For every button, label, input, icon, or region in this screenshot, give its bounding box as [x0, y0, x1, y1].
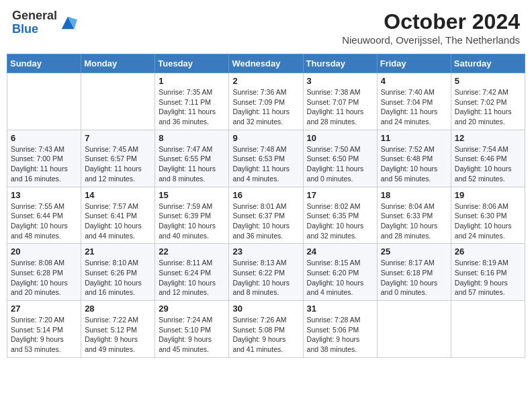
- calendar-cell: 17Sunrise: 8:02 AM Sunset: 6:35 PM Dayli…: [303, 187, 377, 244]
- day-detail: Sunrise: 7:24 AM Sunset: 5:10 PM Dayligh…: [159, 315, 225, 355]
- calendar-cell: 30Sunrise: 7:26 AM Sunset: 5:08 PM Dayli…: [229, 301, 303, 358]
- day-detail: Sunrise: 7:35 AM Sunset: 7:11 PM Dayligh…: [159, 87, 225, 127]
- day-number: 30: [232, 304, 299, 314]
- day-of-week-thursday: Thursday: [303, 54, 377, 73]
- calendar-body: 1Sunrise: 7:35 AM Sunset: 7:11 PM Daylig…: [7, 73, 525, 358]
- logo-general-text: General: [12, 9, 57, 22]
- day-detail: Sunrise: 7:40 AM Sunset: 7:04 PM Dayligh…: [381, 87, 447, 127]
- day-of-week-tuesday: Tuesday: [155, 54, 229, 73]
- calendar-cell: [451, 301, 525, 358]
- day-number: 16: [232, 190, 299, 200]
- calendar-cell: 20Sunrise: 8:08 AM Sunset: 6:28 PM Dayli…: [7, 244, 81, 301]
- day-detail: Sunrise: 7:55 AM Sunset: 6:44 PM Dayligh…: [11, 201, 77, 241]
- day-detail: Sunrise: 7:22 AM Sunset: 5:12 PM Dayligh…: [85, 315, 151, 355]
- day-detail: Sunrise: 8:06 AM Sunset: 6:30 PM Dayligh…: [455, 201, 521, 241]
- day-detail: Sunrise: 8:04 AM Sunset: 6:33 PM Dayligh…: [381, 201, 447, 241]
- day-number: 6: [11, 133, 77, 143]
- calendar-cell: 5Sunrise: 7:42 AM Sunset: 7:02 PM Daylig…: [451, 73, 525, 130]
- day-number: 20: [11, 246, 77, 257]
- logo-icon: [58, 13, 77, 32]
- calendar-cell: 10Sunrise: 7:50 AM Sunset: 6:50 PM Dayli…: [303, 130, 377, 187]
- day-detail: Sunrise: 8:13 AM Sunset: 6:22 PM Dayligh…: [232, 258, 299, 298]
- day-number: 28: [85, 304, 151, 314]
- calendar-cell: 14Sunrise: 7:57 AM Sunset: 6:41 PM Dayli…: [81, 187, 155, 244]
- calendar-cell: 7Sunrise: 7:45 AM Sunset: 6:57 PM Daylig…: [81, 130, 155, 187]
- calendar-cell: 26Sunrise: 8:19 AM Sunset: 6:16 PM Dayli…: [451, 244, 525, 301]
- day-detail: Sunrise: 7:52 AM Sunset: 6:48 PM Dayligh…: [381, 144, 447, 184]
- day-detail: Sunrise: 8:08 AM Sunset: 6:28 PM Dayligh…: [11, 258, 77, 298]
- day-detail: Sunrise: 8:10 AM Sunset: 6:26 PM Dayligh…: [85, 258, 151, 298]
- logo-blue-text: Blue: [12, 22, 38, 36]
- page-header: General Blue October 2024 Nieuwoord, Ove…: [7, 7, 525, 48]
- day-detail: Sunrise: 7:47 AM Sunset: 6:55 PM Dayligh…: [159, 144, 225, 184]
- day-number: 8: [159, 133, 225, 143]
- day-number: 1: [159, 76, 225, 86]
- day-detail: Sunrise: 7:28 AM Sunset: 5:06 PM Dayligh…: [307, 315, 373, 355]
- day-detail: Sunrise: 8:11 AM Sunset: 6:24 PM Dayligh…: [159, 258, 225, 298]
- calendar-cell: 12Sunrise: 7:54 AM Sunset: 6:46 PM Dayli…: [451, 130, 525, 187]
- day-number: 17: [307, 190, 373, 200]
- calendar-cell: 27Sunrise: 7:20 AM Sunset: 5:14 PM Dayli…: [7, 301, 81, 358]
- day-of-week-sunday: Sunday: [7, 54, 81, 73]
- calendar-cell: 24Sunrise: 8:15 AM Sunset: 6:20 PM Dayli…: [303, 244, 377, 301]
- days-of-week-row: SundayMondayTuesdayWednesdayThursdayFrid…: [7, 54, 525, 73]
- calendar-cell: 1Sunrise: 7:35 AM Sunset: 7:11 PM Daylig…: [155, 73, 229, 130]
- day-number: 21: [85, 246, 151, 257]
- page-title: October 2024: [342, 9, 520, 34]
- day-detail: Sunrise: 8:19 AM Sunset: 6:16 PM Dayligh…: [455, 258, 521, 298]
- day-number: 9: [232, 133, 299, 143]
- day-detail: Sunrise: 7:38 AM Sunset: 7:07 PM Dayligh…: [307, 87, 373, 127]
- calendar-cell: 15Sunrise: 7:59 AM Sunset: 6:39 PM Dayli…: [155, 187, 229, 244]
- day-number: 7: [85, 133, 151, 143]
- day-detail: Sunrise: 7:43 AM Sunset: 7:00 PM Dayligh…: [11, 144, 77, 184]
- day-number: 24: [307, 246, 373, 257]
- calendar-cell: 3Sunrise: 7:38 AM Sunset: 7:07 PM Daylig…: [303, 73, 377, 130]
- day-number: 18: [381, 190, 447, 200]
- day-detail: Sunrise: 7:42 AM Sunset: 7:02 PM Dayligh…: [455, 87, 521, 127]
- calendar-cell: 29Sunrise: 7:24 AM Sunset: 5:10 PM Dayli…: [155, 301, 229, 358]
- calendar-week-2: 6Sunrise: 7:43 AM Sunset: 7:00 PM Daylig…: [7, 130, 525, 187]
- day-of-week-monday: Monday: [81, 54, 155, 73]
- calendar-cell: 21Sunrise: 8:10 AM Sunset: 6:26 PM Dayli…: [81, 244, 155, 301]
- day-detail: Sunrise: 7:20 AM Sunset: 5:14 PM Dayligh…: [11, 315, 77, 355]
- day-number: 4: [381, 76, 447, 86]
- calendar-cell: 16Sunrise: 8:01 AM Sunset: 6:37 PM Dayli…: [229, 187, 303, 244]
- day-detail: Sunrise: 7:36 AM Sunset: 7:09 PM Dayligh…: [232, 87, 299, 127]
- calendar-cell: [7, 73, 81, 130]
- calendar-cell: 9Sunrise: 7:48 AM Sunset: 6:53 PM Daylig…: [229, 130, 303, 187]
- day-detail: Sunrise: 8:01 AM Sunset: 6:37 PM Dayligh…: [232, 201, 299, 241]
- calendar-week-3: 13Sunrise: 7:55 AM Sunset: 6:44 PM Dayli…: [7, 187, 525, 244]
- day-detail: Sunrise: 8:17 AM Sunset: 6:18 PM Dayligh…: [381, 258, 447, 298]
- calendar-cell: 11Sunrise: 7:52 AM Sunset: 6:48 PM Dayli…: [377, 130, 451, 187]
- day-detail: Sunrise: 7:48 AM Sunset: 6:53 PM Dayligh…: [232, 144, 299, 184]
- day-detail: Sunrise: 8:15 AM Sunset: 6:20 PM Dayligh…: [307, 258, 373, 298]
- calendar-cell: 6Sunrise: 7:43 AM Sunset: 7:00 PM Daylig…: [7, 130, 81, 187]
- day-number: 23: [232, 246, 299, 257]
- day-number: 19: [455, 190, 521, 200]
- day-of-week-wednesday: Wednesday: [229, 54, 303, 73]
- day-detail: Sunrise: 7:26 AM Sunset: 5:08 PM Dayligh…: [232, 315, 299, 355]
- day-number: 15: [159, 190, 225, 200]
- day-number: 13: [11, 190, 77, 200]
- day-detail: Sunrise: 7:59 AM Sunset: 6:39 PM Dayligh…: [159, 201, 225, 241]
- calendar-week-4: 20Sunrise: 8:08 AM Sunset: 6:28 PM Dayli…: [7, 244, 525, 301]
- calendar-cell: [81, 73, 155, 130]
- day-detail: Sunrise: 7:57 AM Sunset: 6:41 PM Dayligh…: [85, 201, 151, 241]
- day-number: 26: [455, 246, 521, 257]
- calendar-cell: 2Sunrise: 7:36 AM Sunset: 7:09 PM Daylig…: [229, 73, 303, 130]
- calendar-cell: 31Sunrise: 7:28 AM Sunset: 5:06 PM Dayli…: [303, 301, 377, 358]
- logo: General Blue: [12, 9, 77, 36]
- calendar-cell: 22Sunrise: 8:11 AM Sunset: 6:24 PM Dayli…: [155, 244, 229, 301]
- calendar-cell: [377, 301, 451, 358]
- day-number: 14: [85, 190, 151, 200]
- calendar-cell: 28Sunrise: 7:22 AM Sunset: 5:12 PM Dayli…: [81, 301, 155, 358]
- day-of-week-saturday: Saturday: [451, 54, 525, 73]
- day-number: 11: [381, 133, 447, 143]
- calendar-week-1: 1Sunrise: 7:35 AM Sunset: 7:11 PM Daylig…: [7, 73, 525, 130]
- page-subtitle: Nieuwoord, Overijssel, The Netherlands: [342, 34, 520, 46]
- title-block: October 2024 Nieuwoord, Overijssel, The …: [342, 9, 520, 46]
- day-number: 22: [159, 246, 225, 257]
- day-number: 12: [455, 133, 521, 143]
- calendar-week-5: 27Sunrise: 7:20 AM Sunset: 5:14 PM Dayli…: [7, 301, 525, 358]
- day-number: 29: [159, 304, 225, 314]
